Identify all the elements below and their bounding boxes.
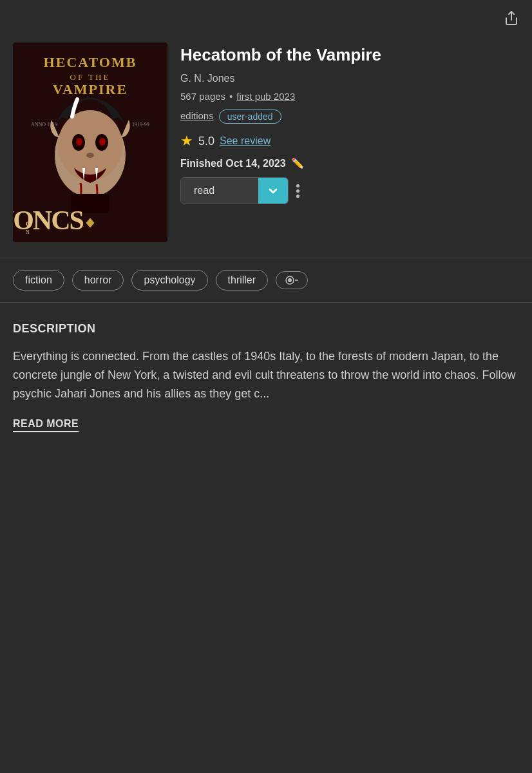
- book-title: Hecatomb of the Vampire: [180, 45, 519, 65]
- svg-text:HECATOMB: HECATOMB: [44, 54, 137, 70]
- read-status-label[interactable]: read: [181, 178, 258, 204]
- tag-fiction[interactable]: fiction: [13, 270, 64, 291]
- dot2: [296, 189, 299, 193]
- tag-horror[interactable]: horror: [72, 270, 124, 291]
- star-icon: ★: [180, 133, 193, 149]
- svg-point-13: [99, 138, 106, 146]
- svg-text:JONCS: JONCS: [13, 205, 83, 235]
- svg-point-23: [288, 278, 292, 282]
- finished-date: Finished Oct 14, 2023: [180, 158, 286, 169]
- book-info: Hecatomb of the Vampire G. N. Jones 567 …: [180, 43, 519, 242]
- description-section: DESCRIPTION Everything is connected. Fro…: [0, 303, 532, 445]
- add-tag-button[interactable]: [276, 271, 308, 289]
- finished-row: Finished Oct 14, 2023 ✏️: [180, 157, 519, 169]
- book-author: G. N. Jones: [180, 73, 519, 84]
- svg-text:1919-99: 1919-99: [132, 122, 149, 128]
- svg-text:VAMPIRE: VAMPIRE: [53, 81, 128, 97]
- tag-psychology[interactable]: psychology: [131, 270, 207, 291]
- editions-link[interactable]: editions: [180, 110, 214, 121]
- description-heading: DESCRIPTION: [13, 322, 519, 336]
- description-text: Everything is connected. From the castle…: [13, 347, 519, 403]
- first-pub-link[interactable]: first pub 2023: [236, 91, 295, 102]
- dot3: [296, 195, 299, 198]
- page-count: 567 pages: [180, 91, 225, 102]
- rating-row: ★ 5.0 See review: [180, 133, 519, 149]
- read-chevron-button[interactable]: [258, 178, 288, 204]
- edit-icon[interactable]: ✏️: [291, 157, 304, 169]
- read-select-area: read: [180, 177, 289, 204]
- book-meta: 567 pages • first pub 2023: [180, 91, 519, 102]
- tag-thriller[interactable]: thriller: [216, 270, 269, 291]
- meta-second-line: editions user-added: [180, 107, 519, 124]
- svg-point-14: [86, 153, 94, 158]
- more-options-button[interactable]: [292, 184, 303, 198]
- header-bar: [0, 0, 532, 36]
- svg-point-12: [76, 138, 82, 146]
- svg-text:OF THE: OF THE: [70, 72, 111, 82]
- read-dropdown-row: read: [180, 177, 519, 204]
- bullet-separator: •: [229, 91, 233, 102]
- read-more-button[interactable]: READ MORE: [13, 418, 79, 432]
- svg-point-9: [58, 110, 122, 181]
- see-review-link[interactable]: See review: [220, 135, 271, 147]
- dot1: [296, 184, 299, 187]
- tags-section: fiction horror psychology thriller: [0, 258, 532, 302]
- share-button[interactable]: [504, 10, 519, 30]
- book-cover: HECATOMB OF THE VAMPIRE ANNO 1919 1919-9…: [13, 43, 167, 242]
- book-section: HECATOMB OF THE VAMPIRE ANNO 1919 1919-9…: [0, 36, 532, 258]
- book-cover-wrapper: HECATOMB OF THE VAMPIRE ANNO 1919 1919-9…: [13, 43, 167, 242]
- rating-value: 5.0: [198, 135, 214, 148]
- user-added-badge: user-added: [219, 110, 281, 124]
